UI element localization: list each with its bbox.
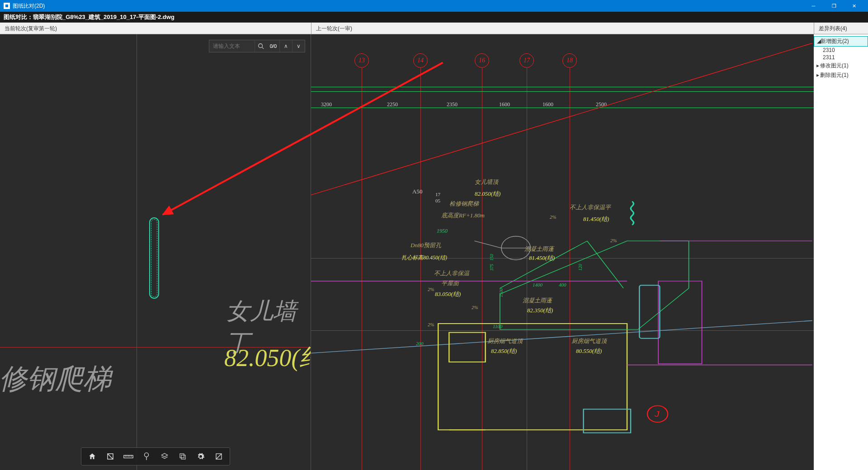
n05: 05 — [435, 198, 440, 203]
svg-line-16 — [311, 43, 812, 268]
ladder-note2: 底高度RF+1.80m — [441, 212, 485, 220]
svg-line-17 — [311, 321, 812, 353]
e82050: 82.050(结) — [475, 190, 500, 198]
ladder-note1: 检修钢爬梯 — [449, 200, 479, 208]
d1100: 1100 — [493, 324, 502, 329]
ladder-label: 修钢爬梯 — [0, 360, 111, 398]
search-next-icon[interactable]: ∨ — [292, 40, 305, 52]
a50-label: A50 — [412, 188, 422, 195]
axis-17: 17 — [519, 53, 534, 68]
diff-item-2310[interactable]: 2310 — [814, 47, 868, 54]
e80550: 80.550(结) — [576, 347, 602, 355]
svg-rect-14 — [181, 455, 185, 459]
axis-13: 13 — [354, 53, 369, 68]
right-pane-header: 上一轮次(一审) — [311, 23, 814, 34]
svg-rect-25 — [658, 281, 702, 364]
search-toolbar: 0/0 ∧ ∨ — [209, 40, 305, 52]
app-icon — [4, 3, 10, 9]
svg-line-22 — [587, 241, 623, 288]
rain1: 混凝土雨蓬 — [524, 245, 554, 253]
diff-group-mod[interactable]: ▸修改图元(1) — [814, 61, 868, 70]
document-title: 图纸对比：翡翠湖别院_G8%23_建筑_2019_10_17-平面图-2.dwg — [0, 12, 868, 23]
search-count: 0/0 — [267, 43, 279, 49]
right-canvas[interactable]: 13 14 16 17 18 3200 2250 2350 1600 1600 … — [311, 34, 814, 470]
e83050: 83.050(结) — [435, 290, 461, 298]
layers-icon[interactable] — [156, 449, 173, 464]
pc2a: 2% — [550, 214, 557, 220]
svg-point-1 — [259, 44, 263, 48]
fit-icon[interactable] — [102, 449, 118, 464]
home-icon[interactable] — [84, 449, 100, 464]
svg-text:J: J — [654, 410, 660, 418]
pc2e: 2% — [428, 322, 434, 327]
e81450b: 81.450(结) — [529, 254, 555, 262]
view-toolbar — [81, 447, 230, 465]
diff-group-new[interactable]: ◢新增图元(2) — [814, 36, 868, 47]
rain2: 混凝土雨蓬 — [523, 296, 552, 305]
left-canvas[interactable]: 女儿墙丁 82.050(约 修钢爬梯 0/0 ∧ ∨ — [0, 34, 311, 470]
window-title: 图纸比对(2D) — [13, 2, 803, 10]
d150: 150 — [489, 254, 494, 261]
search-icon[interactable] — [255, 40, 267, 52]
d1950: 1950 — [437, 228, 448, 235]
pc2d: 2% — [472, 305, 478, 310]
svg-rect-19 — [449, 333, 485, 362]
diff-panel: ◢新增图元(2) 2310 2311 ▸修改图元(1) ▸删除图元(1) — [814, 34, 868, 470]
axis-18: 18 — [562, 53, 577, 68]
dn80: Dn80预留孔 — [410, 241, 441, 249]
search-prev-icon[interactable]: ∧ — [279, 40, 292, 52]
gear-icon[interactable] — [193, 449, 209, 464]
close-button[interactable]: ✕ — [844, 0, 864, 12]
d200: 200 — [416, 341, 424, 346]
d120: 120 — [578, 264, 583, 271]
e82850: 82.850(结) — [491, 347, 517, 355]
svg-line-2 — [262, 47, 264, 49]
svg-point-29 — [647, 406, 668, 423]
elev-82050: 82.050(约 — [224, 342, 311, 375]
left-pane-header: 当前轮次(复审第一轮) — [0, 23, 311, 34]
diff-group-del[interactable]: ▸删除图元(1) — [814, 70, 868, 80]
dim-1600b: 1600 — [542, 101, 553, 108]
axis-16: 16 — [475, 53, 489, 68]
svg-line-33 — [475, 241, 501, 248]
svg-line-4 — [108, 454, 113, 459]
wall-top: 女儿墙顶 — [475, 178, 498, 186]
n17: 17 — [435, 192, 440, 197]
kitchen1: 厨房烟气道顶 — [487, 337, 523, 345]
roof: 平屋面 — [441, 279, 459, 287]
minimize-button[interactable]: ─ — [803, 0, 824, 12]
svg-rect-13 — [180, 454, 184, 458]
svg-point-11 — [144, 453, 148, 457]
axis-14: 14 — [413, 53, 428, 68]
dim-2250: 2250 — [387, 101, 398, 108]
dim-2350: 2350 — [447, 101, 458, 108]
ruler-icon[interactable] — [120, 449, 137, 464]
e82350: 82.350(结) — [527, 306, 553, 315]
new-element-highlight[interactable] — [149, 217, 159, 299]
dim-1600a: 1600 — [499, 101, 510, 108]
e81450: 81.450(结) — [583, 215, 609, 223]
elev80: 扎心标高80.450(结) — [401, 254, 447, 262]
noinsul1: 不上人非保温平 — [570, 203, 611, 212]
d375: 375 — [489, 264, 494, 271]
d1400: 1400 — [533, 282, 542, 287]
noinsul2: 不上人非保温 — [434, 269, 469, 277]
pin-icon[interactable] — [138, 449, 155, 464]
maximize-button[interactable]: ❐ — [824, 0, 844, 12]
d1500: 1500 — [499, 288, 504, 297]
dim-3200: 3200 — [321, 101, 332, 108]
dim-2500: 2500 — [596, 101, 607, 108]
copy-icon[interactable] — [175, 449, 191, 464]
fullscreen-icon[interactable] — [211, 449, 227, 464]
d400: 400 — [559, 282, 566, 287]
diff-item-2311[interactable]: 2311 — [814, 54, 868, 61]
kitchen2: 厨房烟气道顶 — [571, 337, 607, 345]
search-input[interactable] — [209, 43, 255, 49]
pc2c: 2% — [428, 287, 434, 292]
pc2b: 2% — [610, 238, 617, 243]
svg-rect-28 — [584, 409, 631, 432]
diff-pane-header: 差异列表(4) — [814, 23, 868, 34]
